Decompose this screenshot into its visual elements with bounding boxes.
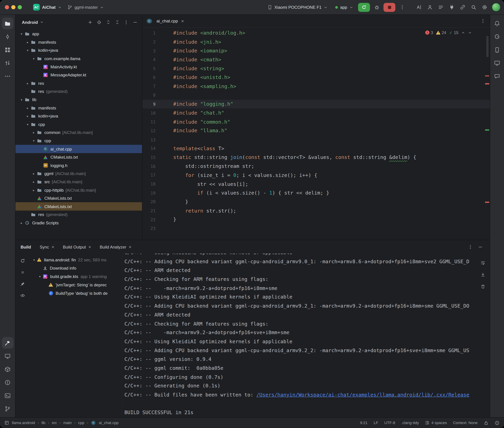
breadcrumb-item[interactable]: lib [42, 420, 45, 425]
code-line[interactable]: 9#include "logging.h" [142, 100, 490, 109]
pin-button[interactable] [19, 280, 26, 288]
tree-item-res[interactable]: res(generated) [16, 211, 142, 219]
collapse-all-button[interactable] [113, 18, 122, 26]
tree-item-cpp[interactable]: ▾cpp [16, 120, 142, 128]
close-tab-icon[interactable]: × [181, 19, 184, 24]
tree-item-com-example-llama[interactable]: ▾com.example.llama [16, 54, 142, 63]
chevron-right-icon[interactable]: ▸ [31, 172, 37, 176]
build-tab-build-output[interactable]: Build Output× [63, 244, 91, 249]
app-inspection-button[interactable] [2, 363, 13, 375]
tree-item-manifests[interactable]: ▸manifests [16, 104, 142, 112]
more-tool-windows-button[interactable] [2, 70, 13, 82]
encoding-widget[interactable]: UTF-8 [384, 420, 395, 425]
gradle-button[interactable] [491, 31, 503, 42]
breadcrumb-item[interactable]: cpp [78, 420, 84, 425]
chevron-down-icon[interactable]: ▾ [37, 275, 42, 278]
chevron-down-icon[interactable]: ▾ [32, 258, 37, 262]
structure-button[interactable] [2, 44, 13, 56]
run-options-button[interactable] [397, 2, 407, 12]
project-view-selector[interactable]: Android [19, 18, 46, 26]
running-devices-button[interactable] [491, 57, 503, 69]
breadcrumb-item[interactable]: src [52, 420, 57, 425]
run-configuration-selector[interactable]: app [333, 3, 356, 11]
build-console[interactable]: C/C++: -- Using KleidiAI optimized kerne… [122, 254, 490, 417]
chevron-down-icon[interactable]: ▾ [19, 98, 25, 102]
chevron-right-icon[interactable]: ▸ [19, 221, 25, 225]
panel-options-button[interactable] [122, 18, 130, 26]
code-line[interactable]: 22} [142, 215, 490, 224]
window-layout-icon[interactable] [4, 420, 9, 425]
clear-all-button[interactable] [479, 282, 487, 290]
tree-item-cmakelists-txt[interactable]: CMakeLists.txt [16, 194, 142, 202]
code-with-me-button[interactable] [425, 2, 435, 12]
tree-item-kotlin-java[interactable]: ▸kotlin+java [16, 112, 142, 120]
notifications-button[interactable] [491, 18, 503, 29]
tree-item-common[interactable]: ▸common[AiChat.lib.main] [16, 128, 142, 137]
expand-all-button[interactable] [104, 18, 112, 26]
hide-panel-button[interactable] [131, 18, 140, 26]
close-tab-icon[interactable]: × [88, 244, 91, 249]
chevron-right-icon[interactable]: ▸ [25, 41, 31, 44]
chevron-right-icon[interactable]: ▸ [25, 115, 31, 118]
editor-options-button[interactable] [478, 16, 487, 25]
code-line[interactable]: 3#include <iomanip> [142, 46, 490, 55]
passed-count[interactable]: ✓ 15 [449, 30, 458, 35]
tree-item-res[interactable]: ▸res [16, 79, 142, 87]
scroll-to-end-button[interactable] [479, 271, 487, 278]
tree-item-messageadapter-kt[interactable]: KMessageAdapter.kt [16, 71, 142, 79]
search-button[interactable] [469, 2, 478, 12]
breadcrumb-item[interactable]: main [63, 420, 72, 425]
breadcrumb-item[interactable]: ai_chat.cpp [99, 420, 119, 425]
code-line[interactable]: 20 } [142, 198, 490, 206]
code-line[interactable]: 14template<class T> [142, 144, 490, 153]
problems-button[interactable] [2, 377, 13, 388]
add-button[interactable] [86, 18, 94, 26]
code-line[interactable]: 13 [142, 135, 490, 144]
tree-item-cmakelists-txt[interactable]: CMakeLists.txt [16, 153, 142, 161]
project-button[interactable] [2, 18, 13, 29]
code-line[interactable]: 15static std::string join(const std::vec… [142, 153, 490, 162]
chevron-right-icon[interactable]: ▸ [25, 106, 31, 110]
chevron-right-icon[interactable]: ▸ [25, 82, 31, 85]
clang-tidy-widget[interactable]: .clang-tidy [401, 420, 419, 425]
build-tree-item-build-gradle-kts[interactable]: ▾Kbuild.gradle.ktsapp 1 warning [29, 272, 122, 280]
project-widget[interactable]: AC AiChat [30, 2, 64, 12]
logcat-button[interactable] [2, 350, 13, 362]
code-line[interactable]: 10#include "chat.h" [142, 109, 490, 117]
caret-position-widget[interactable]: 9:21 [360, 420, 368, 425]
code-line[interactable]: 6#include <unistd.h> [142, 73, 490, 82]
chevron-right-icon[interactable]: ▸ [31, 180, 37, 184]
code-line[interactable]: 17 for (size_t i = 0; i < values.size();… [142, 171, 490, 180]
chevron-right-icon[interactable]: ▸ [31, 188, 37, 192]
commit-button[interactable] [2, 31, 13, 42]
vcs-branch-widget[interactable]: ggml-master [65, 3, 107, 11]
terminal-button[interactable] [2, 390, 13, 401]
soft-wrap-button[interactable] [479, 259, 487, 266]
app-quality-insights-button[interactable] [491, 70, 503, 82]
code-line[interactable]: 7#include <sampling.h> [142, 82, 490, 91]
prev-problem-icon[interactable] [461, 31, 465, 34]
chevron-down-icon[interactable]: ▾ [25, 123, 31, 126]
tree-item-kotlin-java[interactable]: ▾kotlin+java [16, 46, 142, 54]
error-count[interactable]: ! 3 [425, 30, 433, 35]
editor-tab-ai-chat-cpp[interactable]: C ai_chat.cpp × [142, 15, 188, 27]
tree-item-res[interactable]: res(generated) [16, 87, 142, 96]
tree-item-src[interactable]: ▸src[AiChat.lib.main] [16, 178, 142, 186]
build-tab-build[interactable]: Build [21, 244, 31, 249]
indent-widget[interactable]: 4 spaces [425, 420, 447, 425]
close-window-button[interactable] [5, 5, 9, 9]
code-area[interactable]: ! 3 ! 24 ✓ 15 [142, 28, 490, 240]
chevron-down-icon[interactable]: ▾ [31, 139, 37, 143]
tree-item-logging-h[interactable]: Hlogging.h [16, 161, 142, 170]
settings-button[interactable] [480, 2, 489, 12]
tree-item-ggml[interactable]: ▸ggml[AiChat.lib.main] [16, 170, 142, 178]
chevron-right-icon[interactable]: ▸ [31, 131, 37, 134]
line-separator-widget[interactable]: LF [374, 420, 378, 425]
code-line[interactable]: 8 [142, 91, 490, 100]
debug-button[interactable] [372, 2, 382, 12]
insert-link-button[interactable] [458, 2, 467, 12]
close-tab-icon[interactable]: × [129, 244, 131, 249]
stop-button[interactable] [384, 3, 395, 12]
filter-button[interactable] [19, 291, 26, 299]
build-tab-build-analyzer[interactable]: Build Analyzer× [100, 244, 132, 249]
